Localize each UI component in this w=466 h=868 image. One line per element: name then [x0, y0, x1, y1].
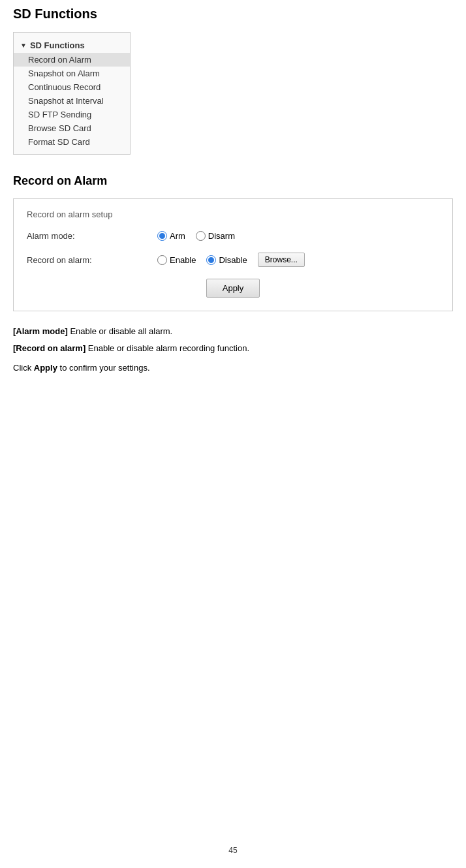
alarm-mode-arm-label: Arm: [170, 231, 185, 241]
click-suffix: to confirm your settings.: [57, 363, 150, 373]
sidebar-item-snapshot-on-alarm[interactable]: Snapshot on Alarm: [14, 67, 130, 80]
record-alarm-row: Record on alarm: Enable Disable Browse..…: [27, 253, 439, 267]
click-apply-desc: Click Apply to confirm your settings.: [13, 361, 453, 375]
alarm-mode-arm-radio[interactable]: [157, 231, 167, 241]
record-alarm-enable-option[interactable]: Enable: [157, 255, 196, 265]
sidebar-header: ▼ SD Functions: [14, 38, 130, 53]
record-alarm-desc: [Record on alarm] Enable or disable alar…: [13, 341, 453, 356]
sidebar-item-sd-ftp-sending[interactable]: SD FTP Sending: [14, 108, 130, 121]
alarm-mode-desc: [Alarm mode] Enable or disable all alarm…: [13, 324, 453, 339]
apply-button[interactable]: Apply: [206, 279, 260, 298]
alarm-mode-disarm-radio[interactable]: [196, 231, 206, 241]
record-alarm-desc-text: Enable or disable alarm recording functi…: [85, 343, 249, 353]
alarm-mode-controls: Arm Disarm: [157, 231, 235, 241]
click-apply-bold: Apply: [34, 363, 57, 373]
sidebar-item-snapshot-at-interval[interactable]: Snapshot at Interval: [14, 94, 130, 108]
page-title: SD Functions: [13, 7, 453, 22]
alarm-mode-desc-bold: [Alarm mode]: [13, 326, 68, 336]
sidebar-item-browse-sd-card[interactable]: Browse SD Card: [14, 121, 130, 135]
alarm-mode-label: Alarm mode:: [27, 231, 157, 241]
apply-btn-container: Apply: [27, 279, 439, 298]
sidebar-header-label: SD Functions: [30, 40, 85, 50]
record-alarm-enable-radio[interactable]: [157, 255, 167, 265]
page-number: 45: [0, 846, 466, 855]
record-alarm-label: Record on alarm:: [27, 255, 157, 265]
sidebar: ▼ SD Functions Record on Alarm Snapshot …: [13, 32, 131, 155]
alarm-mode-disarm-label: Disarm: [208, 231, 235, 241]
browse-button[interactable]: Browse...: [258, 253, 305, 267]
sidebar-item-continuous-record[interactable]: Continuous Record: [14, 80, 130, 94]
record-alarm-enable-label: Enable: [170, 255, 196, 265]
alarm-mode-desc-text: Enable or disable all alarm.: [68, 326, 172, 336]
record-alarm-disable-radio[interactable]: [206, 255, 216, 265]
click-text: Click: [13, 363, 34, 373]
section-title: Record on Alarm: [13, 174, 453, 188]
record-alarm-disable-option[interactable]: Disable: [206, 255, 247, 265]
sidebar-container: ▼ SD Functions Record on Alarm Snapshot …: [13, 32, 453, 155]
record-alarm-disable-label: Disable: [219, 255, 247, 265]
sidebar-item-format-sd-card[interactable]: Format SD Card: [14, 135, 130, 149]
record-alarm-desc-bold: [Record on alarm]: [13, 343, 85, 353]
alarm-mode-row: Alarm mode: Arm Disarm: [27, 231, 439, 241]
setup-box: Record on alarm setup Alarm mode: Arm Di…: [13, 198, 453, 311]
sidebar-item-record-on-alarm[interactable]: Record on Alarm: [14, 53, 130, 67]
setup-box-title: Record on alarm setup: [27, 209, 439, 219]
sidebar-arrow-icon: ▼: [20, 42, 27, 49]
description-section: [Alarm mode] Enable or disable all alarm…: [13, 324, 453, 375]
record-alarm-controls: Enable Disable Browse...: [157, 253, 305, 267]
alarm-mode-disarm-option[interactable]: Disarm: [196, 231, 235, 241]
alarm-mode-arm-option[interactable]: Arm: [157, 231, 185, 241]
